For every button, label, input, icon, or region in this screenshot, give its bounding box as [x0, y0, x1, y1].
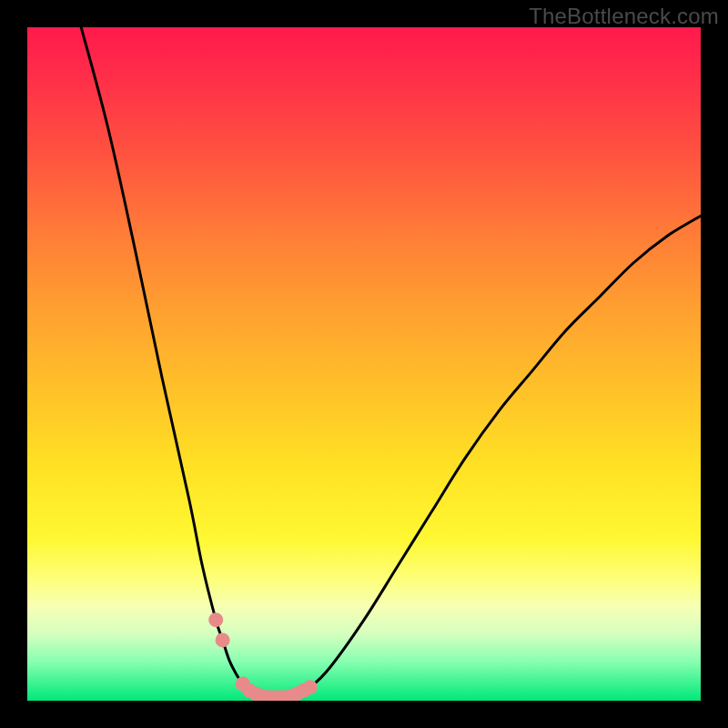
chart-frame: TheBottleneck.com: [0, 0, 728, 728]
marker-point: [216, 632, 230, 647]
curve-layer: [27, 27, 701, 701]
marker-point: [208, 612, 223, 627]
watermark-text: TheBottleneck.com: [529, 4, 719, 29]
series-left-branch: [81, 27, 256, 694]
line-series: [81, 27, 701, 697]
marker-series: [208, 612, 318, 701]
plot-area: [27, 27, 701, 701]
marker-point: [303, 680, 318, 694]
series-right-branch: [297, 216, 701, 693]
